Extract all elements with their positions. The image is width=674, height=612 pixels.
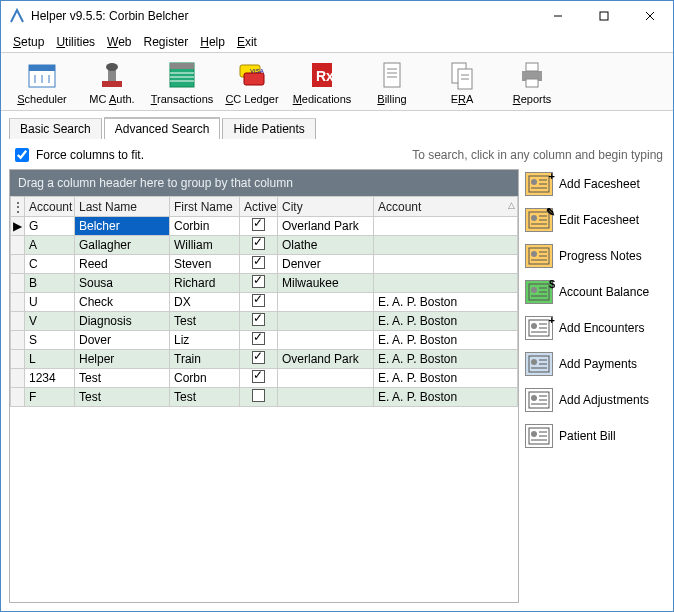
table-row[interactable]: CReedStevenDenver — [11, 255, 518, 274]
cell-account[interactable]: S — [25, 331, 75, 350]
tab-advanced-search[interactable]: Advanced Search — [104, 117, 221, 139]
toolbar-transactions[interactable]: Transactions — [147, 59, 217, 108]
col-firstname[interactable]: First Name — [170, 197, 240, 217]
cell-account[interactable]: B — [25, 274, 75, 293]
cell-account[interactable]: L — [25, 350, 75, 369]
cell-firstname[interactable]: William — [170, 236, 240, 255]
cell-account2[interactable]: E. A. P. Boston — [374, 369, 518, 388]
cell-active[interactable] — [240, 236, 278, 255]
col-account[interactable]: Account — [25, 197, 75, 217]
col-account2[interactable]: Account△ — [374, 197, 518, 217]
cell-lastname[interactable]: Belcher — [75, 217, 170, 236]
cell-lastname[interactable]: Reed — [75, 255, 170, 274]
cell-active[interactable] — [240, 217, 278, 236]
checkbox-icon[interactable] — [252, 218, 265, 231]
cell-city[interactable] — [278, 369, 374, 388]
cell-firstname[interactable]: DX — [170, 293, 240, 312]
cell-account2[interactable]: E. A. P. Boston — [374, 350, 518, 369]
cell-account2[interactable]: E. A. P. Boston — [374, 388, 518, 407]
col-active[interactable]: Active — [240, 197, 278, 217]
minimize-button[interactable] — [535, 1, 581, 31]
cell-account2[interactable] — [374, 217, 518, 236]
toolbar-medications[interactable]: Rx Medications — [287, 59, 357, 108]
menu-register[interactable]: Register — [140, 35, 193, 49]
cell-city[interactable]: Overland Park — [278, 217, 374, 236]
cell-account[interactable]: U — [25, 293, 75, 312]
toolbar-ccledger[interactable]: VISA CC Ledger — [217, 59, 287, 108]
side-action[interactable]: +Add Facesheet — [525, 169, 665, 199]
cell-active[interactable] — [240, 312, 278, 331]
cell-active[interactable] — [240, 388, 278, 407]
cell-lastname[interactable]: Helper — [75, 350, 170, 369]
table-row[interactable]: UCheckDXE. A. P. Boston — [11, 293, 518, 312]
table-row[interactable]: BSousaRichardMilwaukee — [11, 274, 518, 293]
cell-lastname[interactable]: Dover — [75, 331, 170, 350]
cell-firstname[interactable]: Liz — [170, 331, 240, 350]
side-action[interactable]: Patient Bill — [525, 421, 665, 451]
menu-web[interactable]: Web — [103, 35, 135, 49]
checkbox-icon[interactable] — [252, 294, 265, 307]
col-lastname[interactable]: Last Name — [75, 197, 170, 217]
toolbar-mcauth[interactable]: MC Auth. — [77, 59, 147, 108]
cell-firstname[interactable]: Test — [170, 388, 240, 407]
table-row[interactable]: ▶GBelcherCorbinOverland Park — [11, 217, 518, 236]
checkbox-icon[interactable] — [252, 275, 265, 288]
cell-lastname[interactable]: Test — [75, 369, 170, 388]
force-fit-checkbox[interactable]: Force columns to fit. — [11, 145, 144, 165]
toolbar-scheduler[interactable]: Scheduler — [7, 59, 77, 108]
table-row[interactable]: AGallagherWilliamOlathe — [11, 236, 518, 255]
checkbox-icon[interactable] — [252, 256, 265, 269]
cell-account2[interactable] — [374, 274, 518, 293]
table-row[interactable]: LHelperTrainOverland ParkE. A. P. Boston — [11, 350, 518, 369]
cell-account2[interactable] — [374, 255, 518, 274]
checkbox-icon[interactable] — [252, 313, 265, 326]
cell-firstname[interactable]: Train — [170, 350, 240, 369]
menu-utilities[interactable]: Utilities — [52, 35, 99, 49]
cell-account[interactable]: F — [25, 388, 75, 407]
cell-firstname[interactable]: Test — [170, 312, 240, 331]
cell-account2[interactable]: E. A. P. Boston — [374, 293, 518, 312]
cell-firstname[interactable]: Corbin — [170, 217, 240, 236]
table-row[interactable]: SDoverLizE. A. P. Boston — [11, 331, 518, 350]
cell-city[interactable] — [278, 312, 374, 331]
side-action[interactable]: Add Payments — [525, 349, 665, 379]
row-selector-header[interactable]: ⋮ — [11, 197, 25, 217]
table-row[interactable]: 1234TestCorbnE. A. P. Boston — [11, 369, 518, 388]
cell-city[interactable]: Milwaukee — [278, 274, 374, 293]
cell-lastname[interactable]: Gallagher — [75, 236, 170, 255]
cell-active[interactable] — [240, 293, 278, 312]
cell-city[interactable] — [278, 331, 374, 350]
maximize-button[interactable] — [581, 1, 627, 31]
col-city[interactable]: City — [278, 197, 374, 217]
cell-lastname[interactable]: Sousa — [75, 274, 170, 293]
menu-setup[interactable]: Setup — [9, 35, 48, 49]
table-row[interactable]: FTestTestE. A. P. Boston — [11, 388, 518, 407]
menu-help[interactable]: Help — [196, 35, 229, 49]
cell-account2[interactable]: E. A. P. Boston — [374, 312, 518, 331]
cell-account[interactable]: G — [25, 217, 75, 236]
checkbox-icon[interactable] — [252, 237, 265, 250]
cell-account2[interactable] — [374, 236, 518, 255]
tab-basic-search[interactable]: Basic Search — [9, 118, 102, 139]
group-by-bar[interactable]: Drag a column header here to group by th… — [10, 170, 518, 196]
cell-lastname[interactable]: Check — [75, 293, 170, 312]
cell-account[interactable]: C — [25, 255, 75, 274]
checkbox-icon[interactable] — [252, 351, 265, 364]
side-action[interactable]: Add Adjustments — [525, 385, 665, 415]
cell-lastname[interactable]: Test — [75, 388, 170, 407]
toolbar-billing[interactable]: Billing — [357, 59, 427, 108]
cell-lastname[interactable]: Diagnosis — [75, 312, 170, 331]
checkbox-icon[interactable] — [252, 332, 265, 345]
cell-city[interactable]: Overland Park — [278, 350, 374, 369]
cell-account[interactable]: A — [25, 236, 75, 255]
checkbox-icon[interactable] — [252, 389, 265, 402]
cell-firstname[interactable]: Richard — [170, 274, 240, 293]
cell-city[interactable]: Denver — [278, 255, 374, 274]
side-action[interactable]: +Add Encounters — [525, 313, 665, 343]
side-action[interactable]: $Account Balance — [525, 277, 665, 307]
toolbar-reports[interactable]: Reports — [497, 59, 567, 108]
tab-hide-patients[interactable]: Hide Patients — [222, 118, 315, 139]
cell-active[interactable] — [240, 350, 278, 369]
cell-city[interactable] — [278, 388, 374, 407]
cell-city[interactable]: Olathe — [278, 236, 374, 255]
